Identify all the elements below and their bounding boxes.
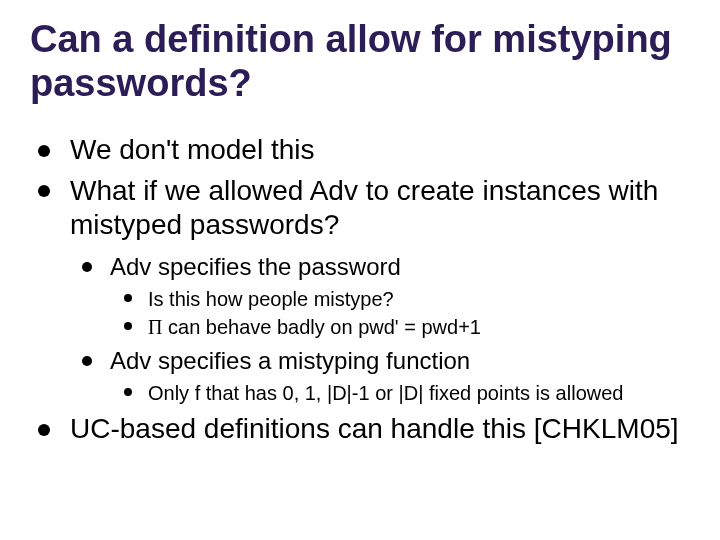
bullet-list: We don't model this What if we allowed A… [30,133,690,446]
bullet-text: What if we allowed Adv to create instanc… [70,175,658,240]
slide-title: Can a definition allow for mistyping pas… [30,18,690,105]
bullet-item: Only f that has 0, 1, |D|-1 or |D| fixed… [110,380,690,406]
bullet-item: Adv specifies the password Is this how p… [70,252,690,340]
bullet-sublist: Adv specifies the password Is this how p… [70,252,690,406]
pi-symbol: Π [148,316,162,338]
bullet-sublist: Is this how people mistype? Π can behave… [110,286,690,340]
bullet-text: Adv specifies the password [110,253,401,280]
bullet-item: We don't model this [30,133,690,167]
bullet-item: What if we allowed Adv to create instanc… [30,174,690,406]
bullet-item: Is this how people mistype? [110,286,690,312]
bullet-item: Adv specifies a mistyping function Only … [70,346,690,406]
bullet-sublist: Only f that has 0, 1, |D|-1 or |D| fixed… [110,380,690,406]
bullet-item: Π can behave badly on pwd' = pwd+1 [110,314,690,340]
bullet-text: Adv specifies a mistyping function [110,347,470,374]
bullet-item: UC-based definitions can handle this [CH… [30,412,690,446]
slide: Can a definition allow for mistyping pas… [0,0,720,540]
